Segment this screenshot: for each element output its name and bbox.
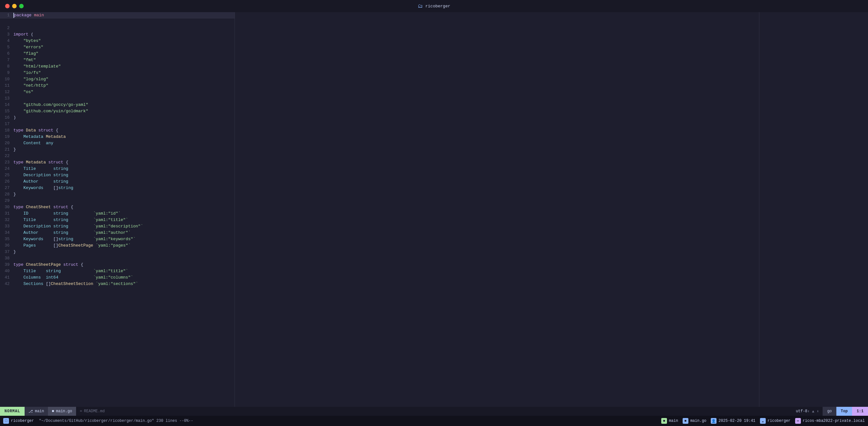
code-line-21: 21 } bbox=[0, 146, 235, 153]
line-content-36: Pages []CheatSheetPage `yaml:"pages"` bbox=[13, 243, 235, 249]
right-pane bbox=[760, 12, 868, 407]
line-content-39: type CheatSheetPage struct { bbox=[13, 262, 235, 268]
branch-name: main bbox=[35, 409, 44, 414]
window-title: 🗂 ricoberger bbox=[418, 3, 450, 9]
vim-mode: NORMAL bbox=[0, 407, 25, 416]
editor-pane[interactable]: 1 package main 2 3 import ( 4 "bytes" bbox=[0, 12, 235, 407]
line-content-26: Author string bbox=[13, 178, 235, 185]
code-line-26: 26 Author string bbox=[0, 178, 235, 185]
code-line-16: 16 ) bbox=[0, 114, 235, 121]
main-go-icon: ■ bbox=[683, 418, 688, 424]
line-num-29: 29 bbox=[0, 198, 13, 204]
line-num-23: 23 bbox=[0, 159, 13, 166]
current-file: ■ main.go bbox=[48, 407, 76, 416]
code-line-33: 33 Description string `yaml:"description… bbox=[0, 223, 235, 230]
line-content-3: import ( bbox=[13, 31, 235, 38]
line-num-3: 3 bbox=[0, 31, 13, 38]
scroll-position: Top bbox=[836, 407, 852, 416]
line-num-6: 6 bbox=[0, 51, 13, 57]
code-line-25: 25 Description string bbox=[0, 172, 235, 178]
line-content-38 bbox=[13, 255, 235, 262]
line-num-35: 35 bbox=[0, 236, 13, 243]
line-content-9: "io/fs" bbox=[13, 70, 235, 76]
line-content-28: } bbox=[13, 191, 235, 198]
code-line-3: 3 import ( bbox=[0, 31, 235, 38]
git-branch: ⎇ main bbox=[25, 407, 48, 416]
device-label: ricos-mba2022-private.local bbox=[803, 419, 865, 423]
line-num-5: 5 bbox=[0, 44, 13, 51]
code-line-9: 9 "io/fs" bbox=[0, 70, 235, 76]
line-num-15: 15 bbox=[0, 108, 13, 114]
code-line-7: 7 "fmt" bbox=[0, 57, 235, 63]
line-num-13: 13 bbox=[0, 95, 13, 102]
line-content-37: } bbox=[13, 249, 235, 255]
folder-icon: 🗂 bbox=[418, 3, 423, 9]
code-line-15: 15 "github.com/yuin/goldmark" bbox=[0, 108, 235, 114]
timestamp-icon: 👤 bbox=[711, 418, 716, 424]
code-line-19: 19 Metadata Metadata bbox=[0, 134, 235, 140]
line-content-7: "fmt" bbox=[13, 57, 235, 63]
separator: = bbox=[80, 409, 82, 414]
arrows-icon: ⬆ ▲ ⬇ bbox=[807, 409, 819, 414]
code-line-22: 22 bbox=[0, 153, 235, 159]
line-num-27: 27 bbox=[0, 185, 13, 191]
code-line-8: 8 "html/template" bbox=[0, 63, 235, 70]
minimize-button[interactable] bbox=[12, 4, 17, 8]
code-line-blank-1 bbox=[0, 19, 235, 25]
line-content-16: ) bbox=[13, 114, 235, 121]
line-content-35: Keywords []string `yaml:"keywords"` bbox=[13, 236, 235, 243]
timestamp-label: 2025-02-20 19:41 bbox=[718, 419, 755, 423]
cursor-position: 1:1 bbox=[852, 407, 868, 416]
line-num-11: 11 bbox=[0, 83, 13, 89]
line-content-17 bbox=[13, 121, 235, 127]
code-line-23: 23 type Metadata struct { bbox=[0, 159, 235, 166]
line-num-33: 33 bbox=[0, 223, 13, 230]
code-line-35: 35 Keywords []string `yaml:"keywords"` bbox=[0, 236, 235, 243]
line-num-26: 26 bbox=[0, 178, 13, 185]
line-content-30: type CheatSheet struct { bbox=[13, 204, 235, 210]
code-area[interactable]: 1 package main 2 3 import ( 4 "bytes" bbox=[0, 12, 235, 407]
code-line-6: 6 "flag" bbox=[0, 51, 235, 57]
line-num-42: 42 bbox=[0, 281, 13, 287]
main-branch-icon: ■ bbox=[661, 418, 667, 424]
timestamp-item: 👤 2025-02-20 19:41 bbox=[711, 418, 755, 424]
line-num-18: 18 bbox=[0, 127, 13, 134]
code-line-18: 18 type Data struct { bbox=[0, 127, 235, 134]
code-line-4: 4 "bytes" bbox=[0, 38, 235, 44]
file-name: main.go bbox=[56, 409, 72, 414]
code-line-12: 12 "os" bbox=[0, 89, 235, 95]
line-num-21: 21 bbox=[0, 146, 13, 153]
code-line-14: 14 "github.com/goccy/go-yaml" bbox=[0, 102, 235, 108]
maximize-button[interactable] bbox=[19, 4, 24, 8]
middle-pane bbox=[235, 12, 760, 407]
line-content-40: Title string `yaml:"title"` bbox=[13, 268, 235, 275]
main-branch-item: ■ main bbox=[661, 418, 678, 424]
code-line-34: 34 Author string `yaml:"author"` bbox=[0, 230, 235, 236]
close-button[interactable] bbox=[5, 4, 9, 8]
main-content: 1 package main 2 3 import ( 4 "bytes" bbox=[0, 12, 868, 407]
file-path: "~/Documents/GitHub/ricoberger/ricoberge… bbox=[39, 419, 656, 423]
line-content-11: "net/http" bbox=[13, 83, 235, 89]
line-num-28: 28 bbox=[0, 191, 13, 198]
line-num-2: 2 bbox=[0, 25, 13, 31]
line-num-4: 4 bbox=[0, 38, 13, 44]
line-content-4: "bytes" bbox=[13, 38, 235, 44]
line-content-31: ID string `yaml:"id"` bbox=[13, 210, 235, 217]
code-line-import: 2 bbox=[0, 25, 235, 31]
code-line-36: 36 Pages []CheatSheetPage `yaml:"pages"` bbox=[0, 243, 235, 249]
readme-indicator: = README.md bbox=[76, 407, 108, 416]
code-line-31: 31 ID string `yaml:"id"` bbox=[0, 210, 235, 217]
encoding: utf-8 ⬆ ▲ ⬇ bbox=[792, 407, 823, 416]
line-content-15: "github.com/yuin/goldmark" bbox=[13, 108, 235, 114]
code-line-38: 38 bbox=[0, 255, 235, 262]
branch-icon: ⎇ bbox=[28, 409, 33, 414]
line-num-16: 16 bbox=[0, 114, 13, 121]
line-num-7: 7 bbox=[0, 57, 13, 63]
line-num-24: 24 bbox=[0, 166, 13, 172]
line-content-18: type Data struct { bbox=[13, 127, 235, 134]
line-content-32: Title string `yaml:"title"` bbox=[13, 217, 235, 223]
line-content-41: Columns int64 `yaml:"columns"` bbox=[13, 275, 235, 281]
line-num-20: 20 bbox=[0, 140, 13, 146]
window-title-text: ricoberger bbox=[425, 4, 450, 9]
line-num-19: 19 bbox=[0, 134, 13, 140]
